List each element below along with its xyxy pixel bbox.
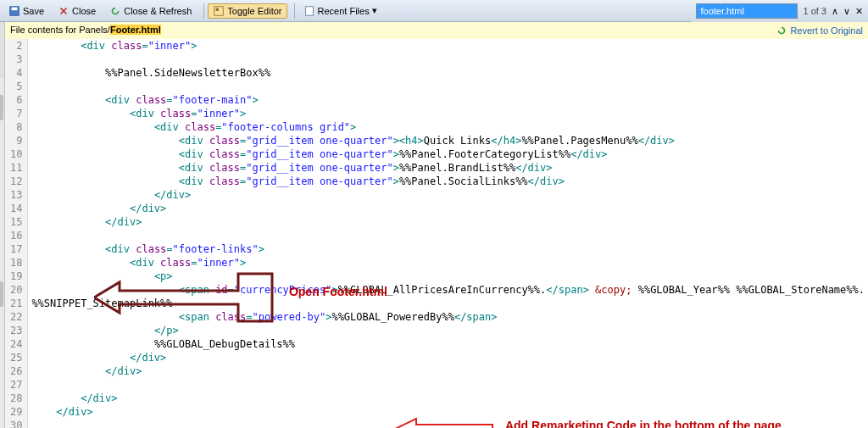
revert-button[interactable]: Revert to Original bbox=[776, 25, 863, 36]
separator bbox=[203, 3, 204, 19]
toolbar: Save Close Close & Refresh Toggle Editor… bbox=[0, 0, 868, 22]
editor: File contents for Panels/Footer.html Rev… bbox=[5, 22, 868, 428]
search-bar: 1 of 3 ∧ ∨ ✕ bbox=[691, 0, 868, 22]
line-gutter: 2 3 4 5 6 7 8 9 10 11 12 13 14 15 16 17 … bbox=[5, 39, 28, 428]
search-count: 1 of 3 bbox=[803, 6, 826, 16]
search-input[interactable] bbox=[696, 3, 798, 19]
refresh-icon bbox=[109, 5, 121, 17]
annotation-open: Open Footer.html bbox=[289, 285, 387, 298]
search-next-icon[interactable]: ∨ bbox=[843, 6, 850, 17]
svg-rect-5 bbox=[216, 8, 220, 11]
editor-filename: Footer.html bbox=[110, 25, 161, 35]
file-icon bbox=[303, 5, 315, 17]
recent-files-button[interactable]: Recent Files ▾ bbox=[298, 3, 382, 19]
svg-rect-6 bbox=[305, 6, 313, 15]
scrollbar[interactable] bbox=[0, 78, 4, 428]
scrollbar-thumb[interactable] bbox=[0, 95, 3, 120]
separator bbox=[294, 3, 295, 19]
close-refresh-button[interactable]: Close & Refresh bbox=[104, 3, 197, 19]
search-close-icon[interactable]: ✕ bbox=[855, 6, 863, 17]
svg-rect-1 bbox=[12, 7, 18, 10]
save-button[interactable]: Save bbox=[3, 3, 49, 19]
scrollbar-thumb[interactable] bbox=[0, 281, 3, 307]
search-prev-icon[interactable]: ∧ bbox=[832, 6, 838, 17]
editor-header: File contents for Panels/Footer.html Rev… bbox=[5, 22, 868, 39]
chevron-down-icon: ▾ bbox=[372, 5, 377, 16]
close-button[interactable]: Close bbox=[53, 3, 101, 19]
toggle-icon bbox=[213, 5, 225, 17]
recent-files-label: Recent Files bbox=[318, 6, 370, 16]
toggle-editor-button[interactable]: Toggle Editor bbox=[208, 3, 287, 19]
revert-icon bbox=[776, 25, 787, 36]
annotation-add: Add Remarketing Code in the bottom of th… bbox=[505, 419, 782, 428]
toggle-editor-label: Toggle Editor bbox=[227, 6, 281, 16]
disk-icon bbox=[8, 5, 20, 17]
code-lines[interactable]: <div class="inner"> %%Panel.SideNewslett… bbox=[28, 39, 868, 428]
close-label: Close bbox=[72, 6, 96, 16]
close-icon bbox=[58, 5, 70, 17]
save-label: Save bbox=[23, 6, 44, 16]
close-refresh-label: Close & Refresh bbox=[124, 6, 192, 16]
code-editor[interactable]: 2 3 4 5 6 7 8 9 10 11 12 13 14 15 16 17 … bbox=[5, 39, 868, 428]
